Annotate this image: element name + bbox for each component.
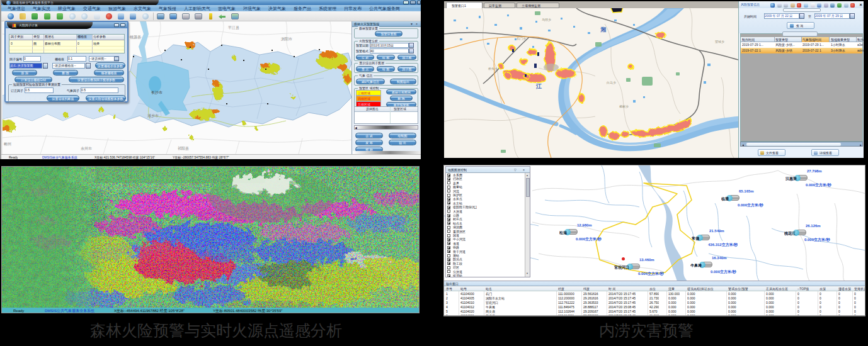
svg-text:Y坐标:80501.4840003582 纬度:30°35': Y坐标:80501.4840003582 纬度:30°35'59": [213, 308, 282, 313]
svg-text:永州市: 永州市: [81, 146, 92, 150]
svg-text:乌镇乡: 乌镇乡: [542, 18, 551, 21]
svg-text:榔树乡: 榔树乡: [619, 104, 629, 108]
svg-text:望城乡: 望城乡: [715, 40, 724, 43]
svg-text:长沙市: 长沙市: [151, 90, 163, 94]
svg-text:湘乡市: 湘乡市: [147, 113, 159, 118]
svg-text:湘: 湘: [600, 26, 606, 33]
svg-text:X坐标:-454494.411967882 经度:105°8: X坐标:-454494.411967882 经度:105°8'28": [114, 308, 185, 313]
svg-text:桥头乡: 桥头乡: [488, 67, 498, 70]
svg-text:桃源县: 桃源县: [130, 35, 141, 40]
svg-text:江: 江: [535, 83, 542, 89]
svg-text:郴州: 郴州: [4, 142, 11, 146]
svg-text:Ready: Ready: [13, 309, 24, 313]
svg-text:浏阳市: 浏阳市: [281, 36, 292, 42]
svg-text:石门乡: 石门乡: [517, 36, 526, 41]
svg-text:平江县: 平江县: [228, 25, 239, 30]
svg-text:DMSIS公共气象服务业务系统: DMSIS公共气象服务业务系统: [45, 308, 95, 313]
svg-text:祁阳县: 祁阳县: [178, 146, 189, 151]
svg-text:白马乡: 白马乡: [607, 81, 616, 85]
